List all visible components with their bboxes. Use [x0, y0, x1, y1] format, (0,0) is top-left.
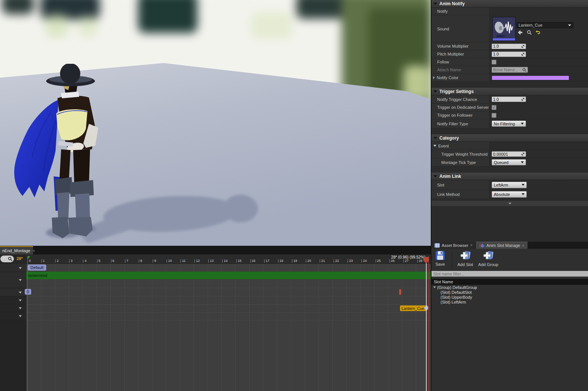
ruler-tick: 20: [306, 259, 311, 263]
close-icon[interactable]: ×: [470, 243, 472, 247]
tab-label: nEnd_Montage: [2, 248, 30, 253]
multi-value-drag-icon[interactable]: [521, 53, 525, 56]
chevron-down-icon[interactable]: [19, 315, 22, 317]
bone-name-input[interactable]: Bone Name...: [492, 67, 528, 73]
track-header-row[interactable]: [0, 264, 26, 272]
asset-browser-icon: [435, 243, 440, 248]
slot-tree-item[interactable]: (Slot) DefaultSlot: [432, 290, 588, 295]
ruler-tick: 3: [69, 259, 72, 263]
save-floppy-icon: [435, 251, 445, 260]
tab-montage-asset[interactable]: nEnd_Montage ×: [0, 246, 33, 254]
ruler-tick: 6: [111, 259, 114, 263]
montage-slot-track[interactable]: lanternend: [26, 272, 431, 279]
ruler-tick: 8: [139, 259, 142, 263]
row-montage-tick-type: Montage Tick Type Queued: [432, 158, 588, 167]
ruler-tick: 12: [194, 259, 200, 263]
expand-arrow-icon: [433, 137, 437, 139]
section-trigger-settings[interactable]: Trigger Settings: [432, 88, 588, 95]
notify-color-swatch[interactable]: [492, 75, 569, 80]
ruler-tick: 14: [222, 259, 227, 263]
timing-end-marker[interactable]: [399, 289, 402, 295]
browse-to-asset-icon[interactable]: [527, 30, 532, 35]
chevron-down-icon[interactable]: [19, 292, 22, 293]
section-gap: [432, 82, 588, 88]
slot-tree-item[interactable]: (Slot) LeftArm: [432, 299, 588, 304]
track-header-row[interactable]: [0, 272, 26, 288]
frame-count-badge: 28*: [17, 256, 23, 261]
trigger-weight-threshold-field[interactable]: 0.00001: [492, 151, 526, 157]
expand-arrow-icon: [433, 90, 437, 93]
ruler-tick: 0: [27, 259, 31, 263]
expand-arrow-icon: [433, 145, 436, 147]
playhead-line[interactable]: [426, 257, 427, 391]
tab-anim-slot-manager[interactable]: Anim Slot Manage ×: [476, 242, 528, 249]
multi-value-drag-icon[interactable]: [521, 152, 525, 156]
slot-dropdown[interactable]: LeftArm: [492, 182, 527, 188]
timeline-track-grid[interactable]: lanternend Default 0 Lantern_Cue: [26, 264, 431, 391]
search-icon: [522, 68, 526, 72]
follow-checkbox[interactable]: [492, 60, 496, 65]
slot-tree-item[interactable]: (Group) DefaultGroup: [432, 285, 588, 290]
search-icon: [8, 257, 12, 261]
anim-slot-manager-panel: Asset Browser × Anim Slot Manage ×: [432, 242, 588, 391]
section-anim-notify[interactable]: Anim Notify: [432, 0, 588, 8]
cape: [14, 99, 59, 197]
add-slot-button[interactable]: Add Slot: [457, 251, 473, 267]
track-search-input[interactable]: [0, 256, 14, 262]
row-notify-filter-type: Notify Filter Type No Filtering: [432, 119, 588, 128]
ruler-tick: 7: [125, 259, 128, 263]
sound-asset-thumbnail[interactable]: [492, 17, 516, 41]
chevron-down-icon[interactable]: [19, 279, 22, 281]
track-header-column: [0, 264, 26, 391]
slot-tree-item[interactable]: (Slot) UpperBody: [432, 295, 588, 299]
multi-value-drag-icon[interactable]: [521, 45, 525, 48]
row-event-group[interactable]: Event: [432, 142, 588, 150]
ruler-tick: 22: [334, 259, 339, 263]
details-expander[interactable]: [432, 201, 588, 206]
track-header-row[interactable]: [0, 296, 26, 304]
timeline-ruler[interactable]: 0123456789101112131415161718192021222324…: [26, 254, 431, 264]
dedicated-server-checkbox[interactable]: ✓: [492, 105, 496, 110]
group-expander-icon[interactable]: [433, 287, 436, 288]
sound-asset-dropdown[interactable]: Lantern_Cue: [516, 22, 573, 28]
close-icon[interactable]: ×: [522, 244, 524, 248]
row-volume-multiplier: Volume Multiplier 1.0: [432, 42, 588, 50]
chevron-down-icon[interactable]: [19, 307, 22, 309]
slot-name-filter-input[interactable]: Slot name filter...: [432, 271, 588, 277]
row-attach-name: Attach Name Bone Name...: [432, 66, 588, 74]
add-group-button[interactable]: Add Group: [478, 251, 498, 267]
ruler-tick: 26: [389, 259, 395, 263]
save-button[interactable]: Save: [435, 251, 445, 266]
reset-to-default-icon[interactable]: [535, 30, 540, 35]
montage-section-badge[interactable]: Default: [28, 265, 46, 271]
track-header-row[interactable]: [0, 312, 26, 320]
follower-checkbox[interactable]: [492, 113, 496, 118]
section-category[interactable]: Category: [432, 134, 588, 142]
character-model[interactable]: [6, 64, 103, 240]
expand-right-icon[interactable]: [433, 76, 435, 79]
use-selected-asset-icon[interactable]: [517, 30, 523, 35]
section-anim-link[interactable]: Anim Link: [432, 173, 588, 180]
slot-tree-label: (Slot) UpperBody: [441, 295, 472, 299]
montage-tick-type-dropdown[interactable]: Queued: [492, 159, 526, 165]
notify-event-badge[interactable]: Lantern_Cue: [400, 305, 426, 311]
ruler-tick: 2: [55, 259, 59, 263]
chevron-down-icon: [568, 24, 571, 26]
row-trigger-follower: Trigger on Follower: [432, 111, 588, 119]
slot-tree-label: (Slot) DefaultSlot: [441, 290, 472, 295]
tab-asset-browser[interactable]: Asset Browser ×: [432, 242, 476, 249]
row-pitch-multiplier: Pitch Multiplier 1.0: [432, 50, 588, 58]
timing-start-badge[interactable]: 0: [25, 289, 31, 295]
track-header-row[interactable]: [0, 288, 26, 296]
multi-value-drag-icon[interactable]: [521, 98, 525, 101]
notify-trigger-chance-field[interactable]: 1.0: [492, 96, 526, 102]
link-method-dropdown[interactable]: Absolute: [492, 191, 527, 198]
chevron-down-icon[interactable]: [19, 299, 22, 301]
viewport-3d[interactable]: [0, 0, 431, 246]
track-header-row[interactable]: [0, 304, 26, 312]
pitch-multiplier-field[interactable]: 1.0: [492, 51, 526, 57]
volume-multiplier-field[interactable]: 1.0: [492, 44, 526, 49]
chevron-down-icon[interactable]: [19, 267, 22, 269]
notify-filter-type-dropdown[interactable]: No Filtering: [492, 120, 526, 127]
close-icon[interactable]: ×: [33, 249, 35, 253]
